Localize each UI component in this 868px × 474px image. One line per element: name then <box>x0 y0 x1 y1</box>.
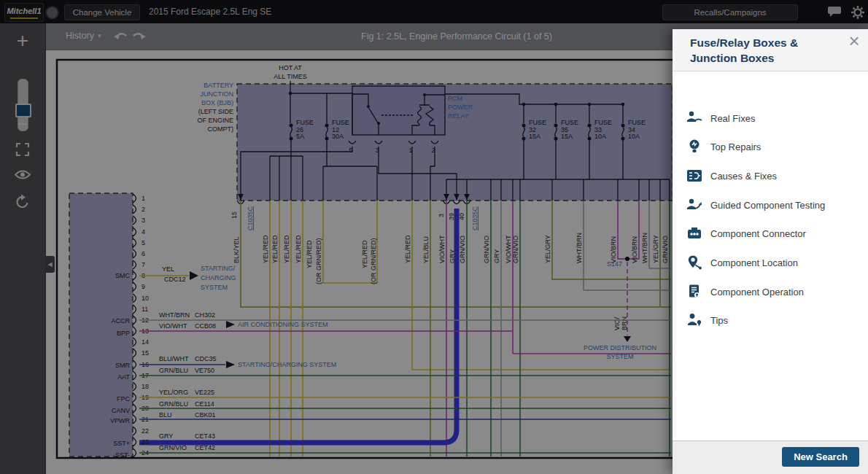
panel-footer: New Search <box>673 440 868 474</box>
menu-item-label: Component Operation <box>710 287 804 298</box>
menu-item-label: Top Repairs <box>710 141 761 152</box>
menu-item-real-fixes[interactable]: Real Fixes <box>673 104 868 133</box>
new-search-button[interactable]: New Search <box>782 447 859 467</box>
menu-item-tips[interactable]: Tips <box>673 306 868 335</box>
app-window: Mitchell1 Change Vehicle 2015 Ford Escap… <box>0 0 868 474</box>
fuse-relay-panel: Fuse/Relay Boxes & Junction Boxes Real F… <box>673 29 868 474</box>
component-connector-icon <box>685 225 704 241</box>
menu-item-label: Component Location <box>710 257 798 268</box>
menu-item-causes-fixes[interactable]: Causes & Fixes <box>673 161 868 190</box>
menu-item-label: Tips <box>710 315 728 326</box>
causes-fixes-icon <box>685 168 704 184</box>
menu-item-component-operation[interactable]: Component Operation <box>673 277 868 306</box>
menu-item-label: Causes & Fixes <box>710 171 777 182</box>
menu-item-top-repairs[interactable]: Top Repairs <box>673 132 868 161</box>
menu-item-guided-component-testing[interactable]: Guided Component Testing <box>673 190 868 219</box>
menu-item-component-location[interactable]: Component Location <box>673 248 868 277</box>
close-icon[interactable]: × <box>845 32 864 51</box>
real-fixes-icon <box>685 110 704 126</box>
menu-item-label: Real Fixes <box>710 113 755 124</box>
tips-icon <box>685 312 704 328</box>
menu-item-label: Component Connector <box>710 228 806 239</box>
guided-component-testing-icon <box>685 197 704 213</box>
menu-item-label: Guided Component Testing <box>710 200 825 211</box>
top-repairs-icon <box>685 139 704 155</box>
panel-header: Fuse/Relay Boxes & Junction Boxes <box>673 29 868 71</box>
component-operation-icon <box>685 284 704 300</box>
component-location-icon <box>685 255 704 271</box>
menu-item-component-connector[interactable]: Component Connector <box>673 219 868 248</box>
panel-title: Fuse/Relay Boxes & Junction Boxes <box>690 35 836 66</box>
